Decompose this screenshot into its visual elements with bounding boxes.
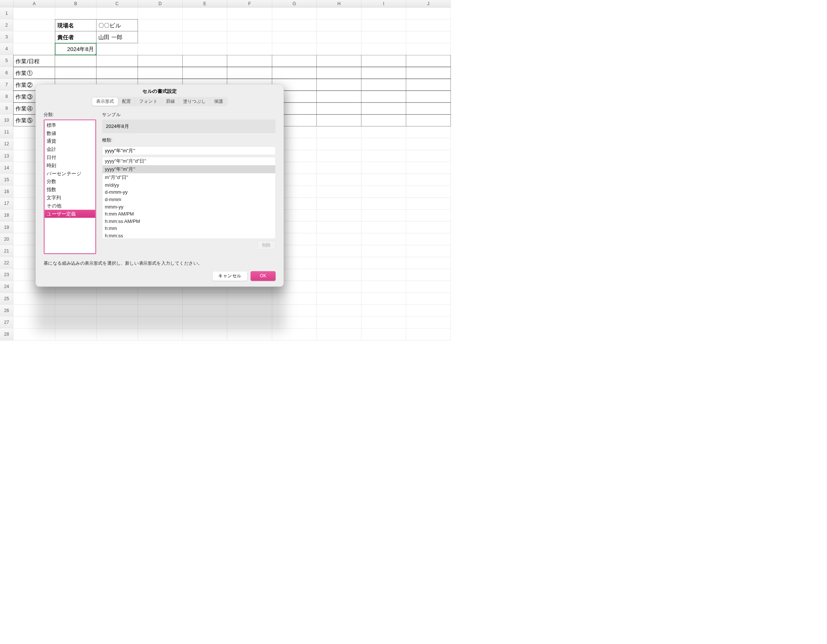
cell[interactable]	[227, 19, 272, 31]
cell[interactable]	[183, 31, 228, 43]
cell[interactable]	[55, 55, 97, 67]
cell[interactable]	[361, 281, 406, 293]
cell[interactable]	[317, 115, 361, 126]
cell[interactable]: 作業/日程	[13, 55, 55, 67]
cell[interactable]	[96, 55, 137, 67]
tab-border[interactable]: 罫線	[162, 97, 179, 106]
cell[interactable]: 山田 一郎	[96, 31, 137, 43]
cell[interactable]	[406, 19, 451, 31]
row-header[interactable]: 10	[0, 115, 13, 126]
cell[interactable]	[227, 43, 272, 55]
cell[interactable]	[272, 8, 317, 19]
cell[interactable]	[317, 79, 361, 90]
cell[interactable]	[183, 8, 228, 19]
cell[interactable]	[138, 19, 183, 31]
cell[interactable]	[406, 162, 451, 174]
cell[interactable]	[361, 67, 406, 79]
category-item[interactable]: 文字列	[44, 194, 95, 202]
cell[interactable]: 2024年8月	[55, 43, 97, 55]
row-header[interactable]: 22	[0, 257, 13, 269]
cell[interactable]: 現場名	[55, 19, 97, 31]
cell[interactable]	[138, 43, 183, 55]
col-header[interactable]: I	[361, 0, 406, 8]
cell[interactable]	[183, 55, 228, 67]
format-type-item[interactable]: h:mm:ss	[103, 232, 276, 239]
tab-protection[interactable]: 保護	[210, 97, 227, 106]
col-header[interactable]: J	[406, 0, 451, 8]
tab-alignment[interactable]: 配置	[118, 97, 135, 106]
row-header[interactable]: 9	[0, 102, 13, 114]
category-item[interactable]: 日付	[44, 153, 95, 162]
cell[interactable]	[361, 162, 406, 174]
cell[interactable]	[361, 138, 406, 150]
cell[interactable]	[317, 198, 361, 210]
cell[interactable]	[406, 138, 451, 150]
row-header[interactable]: 26	[0, 305, 13, 317]
category-item[interactable]: 分数	[44, 178, 95, 186]
cell[interactable]	[361, 210, 406, 221]
cell[interactable]	[55, 67, 97, 79]
cell[interactable]	[317, 233, 361, 245]
row-header[interactable]: 5	[0, 55, 13, 67]
format-type-item[interactable]: d-mmm-yy	[103, 189, 276, 196]
category-list[interactable]: 標準数値通貨会計日付時刻パーセンテージ分数指数文字列その他ユーザー定義	[44, 119, 96, 254]
cell[interactable]	[183, 67, 228, 79]
row-header[interactable]: 17	[0, 198, 13, 210]
format-type-list[interactable]: yyyy"年"m"月"d"日"yyyy"年"m"月"m"月"d"日"m/d/yy…	[102, 157, 276, 239]
cell[interactable]	[361, 31, 406, 43]
cell[interactable]	[406, 90, 451, 102]
cell[interactable]	[406, 305, 451, 317]
cell[interactable]	[361, 186, 406, 197]
cell[interactable]	[272, 19, 317, 31]
cell[interactable]	[406, 293, 451, 305]
cell[interactable]	[317, 269, 361, 281]
cell[interactable]	[361, 115, 406, 126]
cell[interactable]	[138, 31, 183, 43]
col-header[interactable]: E	[183, 0, 228, 8]
cell[interactable]	[317, 221, 361, 233]
cell[interactable]	[55, 8, 97, 19]
cell[interactable]	[361, 269, 406, 281]
cell[interactable]: 〇〇ビル	[96, 19, 137, 31]
cell[interactable]	[272, 43, 317, 55]
tab-number-format[interactable]: 表示形式	[92, 97, 118, 106]
cell[interactable]	[138, 8, 183, 19]
format-type-item[interactable]: mmm-yy	[103, 203, 276, 211]
cell[interactable]	[13, 8, 55, 19]
row-header[interactable]: 15	[0, 174, 13, 186]
cell[interactable]	[406, 269, 451, 281]
format-type-item[interactable]: h:mm:ss AM/PM	[103, 218, 276, 225]
row-header[interactable]: 12	[0, 138, 13, 150]
row-header[interactable]: 1	[0, 8, 13, 19]
cell[interactable]	[406, 174, 451, 186]
category-item[interactable]: その他	[44, 202, 95, 210]
row-header[interactable]: 25	[0, 293, 13, 305]
row-header[interactable]: 2	[0, 19, 13, 31]
row-header[interactable]: 23	[0, 269, 13, 281]
format-type-item[interactable]: m/d/yy	[103, 181, 276, 189]
row-header[interactable]: 20	[0, 233, 13, 245]
cell[interactable]	[317, 90, 361, 102]
cell[interactable]	[406, 281, 451, 293]
cell[interactable]	[96, 8, 137, 19]
cell[interactable]	[406, 245, 451, 257]
category-item[interactable]: パーセンテージ	[44, 169, 95, 178]
tab-font[interactable]: フォント	[135, 97, 162, 106]
cell[interactable]	[361, 43, 406, 55]
row-header[interactable]: 24	[0, 281, 13, 293]
cell[interactable]	[361, 90, 406, 102]
cell[interactable]	[361, 293, 406, 305]
cell[interactable]	[361, 102, 406, 114]
cell[interactable]	[361, 126, 406, 138]
format-type-item[interactable]: d-mmm	[103, 196, 276, 203]
cell[interactable]	[317, 8, 361, 19]
cell[interactable]	[13, 19, 55, 31]
cell[interactable]	[13, 43, 55, 55]
cell[interactable]	[96, 67, 137, 79]
cell[interactable]	[317, 31, 361, 43]
cell[interactable]	[361, 233, 406, 245]
category-item[interactable]: 時刻	[44, 162, 95, 170]
format-type-item[interactable]: h:mm	[103, 225, 276, 232]
cell[interactable]	[317, 293, 361, 305]
cell[interactable]	[406, 31, 451, 43]
